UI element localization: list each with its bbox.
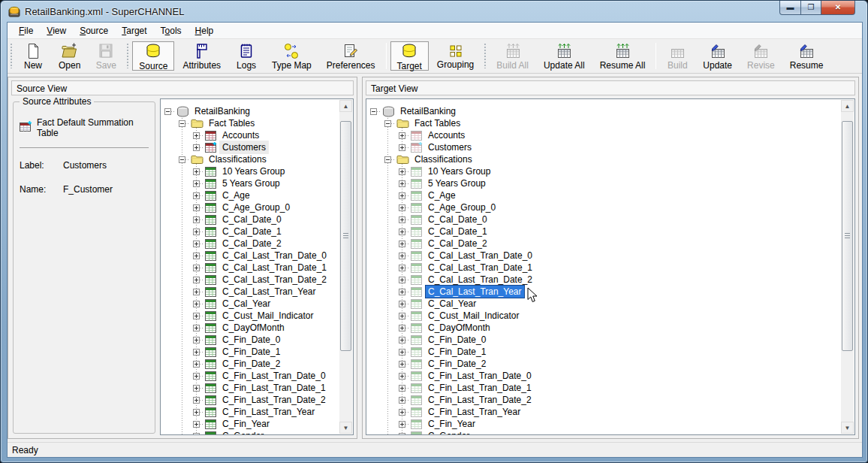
- tree-item-c-fin-year[interactable]: C_Fin_Year: [161, 418, 339, 430]
- tree-item-accounts[interactable]: Accounts: [161, 129, 339, 141]
- tree-item-5-years-group[interactable]: 5 Years Group: [161, 177, 339, 189]
- tree-item-customers[interactable]: Customers: [161, 141, 339, 153]
- toolbar-button-logs[interactable]: Logs: [229, 41, 264, 71]
- expand-icon[interactable]: [193, 397, 200, 404]
- tree-item-c-fin-year[interactable]: C_Fin_Year: [367, 418, 841, 430]
- expand-icon[interactable]: [399, 216, 405, 223]
- target-tree-scrollbar[interactable]: ▲ ▼: [841, 100, 854, 434]
- tree-item-c-cal-date-2[interactable]: C_Cal_Date_2: [367, 238, 841, 250]
- menu-view[interactable]: View: [40, 23, 73, 38]
- tree-item-accounts[interactable]: Accounts: [367, 129, 841, 141]
- expand-icon[interactable]: [193, 337, 200, 343]
- tree-item-c-fin-date-2[interactable]: C_Fin_Date_2: [161, 358, 339, 370]
- minimize-button[interactable]: ▬: [779, 1, 801, 15]
- tree-item-retailbanking[interactable]: RetailBanking: [161, 105, 339, 117]
- expand-icon[interactable]: [399, 397, 405, 404]
- expand-icon[interactable]: [193, 433, 200, 436]
- expand-icon[interactable]: [193, 241, 200, 247]
- scrollbar-thumb[interactable]: [842, 121, 853, 351]
- scroll-down-icon[interactable]: ▼: [339, 422, 352, 434]
- expand-icon[interactable]: [399, 228, 405, 235]
- toolbar-button-target[interactable]: Target: [390, 41, 429, 71]
- tree-item-c-age[interactable]: C_Age: [161, 189, 339, 201]
- expand-icon[interactable]: [399, 373, 405, 380]
- expand-icon[interactable]: [399, 241, 405, 247]
- expand-icon[interactable]: [193, 253, 200, 259]
- tree-item-c-fin-date-1[interactable]: C_Fin_Date_1: [161, 346, 339, 358]
- expand-icon[interactable]: [193, 180, 200, 187]
- expand-icon[interactable]: [193, 289, 200, 295]
- close-button[interactable]: ✕: [821, 1, 855, 15]
- tree-item-c-age[interactable]: C_Age: [367, 189, 841, 201]
- tree-item-c-cal-date-1[interactable]: C_Cal_Date_1: [161, 225, 339, 238]
- menu-help[interactable]: Help: [188, 23, 221, 38]
- tree-item-10-years-group[interactable]: 10 Years Group: [161, 165, 339, 177]
- tree-item-c-cust-mail-indicator[interactable]: C_Cust_Mail_Indicator: [367, 310, 841, 322]
- tree-item-c-fin-date-2[interactable]: C_Fin_Date_2: [367, 358, 841, 370]
- tree-item-10-years-group[interactable]: 10 Years Group: [367, 165, 841, 177]
- toolbar-button-type-map[interactable]: Type Map: [265, 41, 318, 71]
- menu-file[interactable]: File: [12, 23, 40, 38]
- scroll-down-icon[interactable]: ▼: [841, 422, 854, 434]
- expand-icon[interactable]: [193, 144, 200, 151]
- scroll-up-icon[interactable]: ▲: [841, 100, 854, 112]
- toolbar-button-source[interactable]: Source: [132, 41, 174, 71]
- expand-icon[interactable]: [193, 349, 200, 356]
- expand-icon[interactable]: [399, 204, 405, 211]
- expand-icon[interactable]: [399, 144, 405, 151]
- tree-item-c-cal-last-tran-year[interactable]: C_Cal_Last_Tran_Year: [161, 286, 339, 298]
- tree-item-c-cal-date-2[interactable]: C_Cal_Date_2: [161, 238, 339, 250]
- expand-icon[interactable]: [399, 180, 405, 187]
- expand-icon[interactable]: [399, 325, 405, 331]
- toolbar-button-resume-all[interactable]: Resume All: [593, 41, 653, 71]
- title-bar[interactable]: RetailBanking.xml - SuperCHANNEL ▬ ❐ ✕: [1, 1, 867, 22]
- tree-item-c-cal-last-tran-date-2[interactable]: C_Cal_Last_Tran_Date_2: [161, 274, 339, 286]
- tree-item-c-fin-date-0[interactable]: C_Fin_Date_0: [367, 334, 841, 346]
- expand-icon[interactable]: [193, 277, 200, 283]
- expand-icon[interactable]: [399, 168, 405, 175]
- tree-item-customers[interactable]: Customers: [367, 141, 841, 153]
- expand-icon[interactable]: [399, 265, 405, 271]
- tree-item-c-fin-last-tran-date-2[interactable]: C_Fin_Last_Tran_Date_2: [367, 394, 841, 406]
- expand-icon[interactable]: [399, 433, 405, 436]
- expand-icon[interactable]: [193, 313, 200, 319]
- tree-item-c-gender[interactable]: C_Gender: [367, 430, 841, 435]
- tree-item-c-fin-last-tran-date-1[interactable]: C_Fin_Last_Tran_Date_1: [161, 382, 339, 394]
- expand-icon[interactable]: [193, 265, 200, 271]
- collapse-icon[interactable]: [370, 108, 377, 115]
- tree-item-c-cal-last-tran-date-1[interactable]: C_Cal_Last_Tran_Date_1: [367, 262, 841, 274]
- expand-icon[interactable]: [399, 361, 405, 368]
- tree-item-c-cal-year[interactable]: C_Cal_Year: [161, 298, 339, 310]
- tree-item-c-fin-last-tran-date-2[interactable]: C_Fin_Last_Tran_Date_2: [161, 394, 339, 406]
- tree-item-c-age-group-0[interactable]: C_Age_Group_0: [367, 201, 841, 213]
- tree-item-c-age-group-0[interactable]: C_Age_Group_0: [161, 201, 339, 213]
- expand-icon[interactable]: [193, 421, 200, 428]
- expand-icon[interactable]: [193, 132, 200, 139]
- toolbar-grip[interactable]: [10, 44, 13, 68]
- toolbar-button-open[interactable]: Open: [52, 41, 87, 71]
- expand-icon[interactable]: [399, 277, 405, 283]
- tree-item-c-fin-last-tran-year[interactable]: C_Fin_Last_Tran_Year: [367, 406, 841, 418]
- toolbar-grip[interactable]: [126, 44, 129, 68]
- toolbar-button-update[interactable]: Update: [696, 41, 739, 71]
- tree-item-retailbanking[interactable]: RetailBanking: [367, 105, 841, 117]
- expand-icon[interactable]: [193, 373, 200, 380]
- expand-icon[interactable]: [399, 132, 405, 139]
- collapse-icon[interactable]: [179, 120, 185, 127]
- expand-icon[interactable]: [399, 421, 405, 428]
- tree-item-c-cust-mail-indicator[interactable]: C_Cust_Mail_Indicator: [161, 310, 339, 322]
- toolbar-button-new[interactable]: New: [16, 41, 50, 71]
- collapse-icon[interactable]: [384, 156, 391, 163]
- tree-item-classifications[interactable]: Classifications: [161, 153, 339, 165]
- menu-source[interactable]: Source: [73, 23, 115, 38]
- expand-icon[interactable]: [193, 168, 200, 175]
- tree-item-c-fin-last-tran-year[interactable]: C_Fin_Last_Tran_Year: [161, 406, 339, 418]
- collapse-icon[interactable]: [164, 108, 171, 115]
- expand-icon[interactable]: [399, 313, 405, 319]
- tree-item-fact-tables[interactable]: Fact Tables: [367, 117, 841, 129]
- tree-item-c-fin-date-0[interactable]: C_Fin_Date_0: [161, 334, 339, 346]
- tree-item-5-years-group[interactable]: 5 Years Group: [367, 177, 841, 189]
- toolbar-button-grouping[interactable]: Grouping: [430, 41, 481, 71]
- tree-item-c-cal-last-tran-date-0[interactable]: C_Cal_Last_Tran_Date_0: [161, 250, 339, 262]
- toolbar-button-update-all[interactable]: Update All: [537, 41, 592, 71]
